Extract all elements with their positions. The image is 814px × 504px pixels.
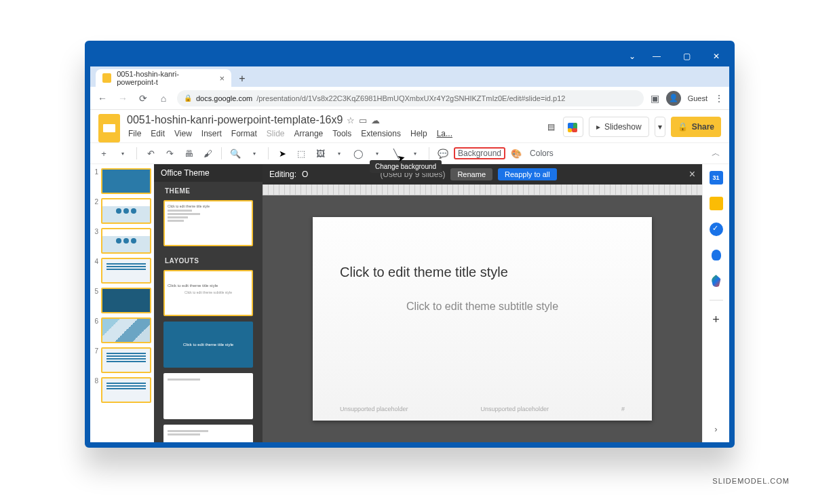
slide-thumb[interactable]: [101, 198, 151, 224]
image-tool[interactable]: 🖼: [312, 145, 328, 161]
slide-number: 2: [93, 198, 98, 206]
slide-number: 4: [93, 258, 98, 265]
watermark: SLIDEMODEL.COM: [712, 477, 790, 485]
browser-tab[interactable]: 0051-hoshin-kanri-powerpoint-t ×: [96, 69, 231, 87]
slide-panel[interactable]: 1 2 3 4 5 6 7 8: [90, 164, 154, 442]
menu-edit[interactable]: Edit: [149, 128, 166, 140]
slide-thumb[interactable]: [101, 347, 151, 373]
reload-button[interactable]: ⟳: [136, 92, 150, 105]
menu-extensions[interactable]: Extensions: [360, 128, 402, 140]
url-path: /presentation/d/1Vs8x22C3KqZ6981HBmUQXmb…: [256, 94, 565, 102]
rename-button[interactable]: Rename: [450, 168, 492, 180]
profile-avatar[interactable]: 👤: [666, 91, 681, 106]
back-button[interactable]: ←: [96, 92, 109, 105]
calendar-icon[interactable]: 31: [710, 171, 723, 185]
select-tool[interactable]: ➤: [274, 145, 290, 161]
close-window-button[interactable]: ✕: [708, 50, 725, 63]
move-icon[interactable]: ▭: [359, 115, 367, 125]
new-slide-button[interactable]: +: [96, 145, 112, 161]
slide-thumb[interactable]: [101, 258, 151, 284]
layout-thumb[interactable]: Click to edit theme title style Click to…: [163, 270, 253, 316]
close-editor-icon[interactable]: ×: [689, 168, 695, 180]
background-button[interactable]: Background: [454, 147, 505, 159]
cloud-status-icon[interactable]: ☁: [371, 115, 380, 125]
layout-thumb[interactable]: Click to edit theme title style: [163, 322, 253, 368]
layouts-section-label: LAYOUTS: [154, 252, 263, 267]
comments-button[interactable]: ▤: [545, 117, 558, 137]
menu-arrange[interactable]: Arrange: [293, 128, 325, 140]
slide-thumb[interactable]: [101, 168, 151, 194]
slides-favicon: [102, 73, 111, 83]
tab-title: 0051-hoshin-kanri-powerpoint-t: [117, 70, 214, 86]
home-button[interactable]: ⌂: [157, 92, 170, 105]
work-area: 1 2 3 4 5 6 7 8 Office Theme THEME Click…: [90, 164, 729, 442]
share-button[interactable]: 🔒 Share: [671, 117, 721, 137]
slide-number: 3: [93, 228, 98, 235]
menu-slide[interactable]: Slide: [265, 128, 286, 140]
theme-master-thumb[interactable]: Click to edit theme title style: [163, 200, 253, 246]
toolbar: + ▾ ↶ ↷ 🖶 🖌 🔍 ▾ ➤ ⬚ 🖼 ▾ ◯ ▾ ╲ ▾ 💬 Backgr…: [90, 142, 729, 164]
close-tab-icon[interactable]: ×: [219, 73, 225, 83]
slide-thumb[interactable]: [101, 317, 151, 343]
undo-button[interactable]: ↶: [142, 145, 159, 161]
theme-colors-icon[interactable]: 🎨: [508, 145, 524, 161]
maximize-button[interactable]: ▢: [678, 50, 695, 63]
maps-icon[interactable]: [710, 274, 723, 288]
new-tab-button[interactable]: +: [234, 71, 250, 87]
print-button[interactable]: 🖶: [180, 145, 197, 161]
browser-window: ⌄ — ▢ ✕ 0051-hoshin-kanri-powerpoint-t ×…: [85, 41, 735, 448]
meet-button[interactable]: [563, 117, 583, 137]
slide-number: 8: [93, 377, 98, 385]
collapse-toolbar-icon[interactable]: ︿: [708, 145, 724, 161]
install-app-icon[interactable]: ▣: [651, 93, 659, 104]
shape-dropdown[interactable]: ▾: [369, 145, 385, 161]
line-dropdown[interactable]: ▾: [407, 145, 423, 161]
minimize-button[interactable]: —: [648, 50, 665, 63]
menu-format[interactable]: Format: [230, 128, 258, 140]
shape-tool[interactable]: ◯: [350, 145, 366, 161]
menu-tools[interactable]: Tools: [331, 128, 353, 140]
url-input[interactable]: 🔒 docs.google.com/presentation/d/1Vs8x22…: [177, 90, 644, 106]
slide-thumb[interactable]: [101, 288, 151, 313]
subtitle-placeholder[interactable]: Click to edit theme subtitle style: [340, 301, 625, 313]
zoom-button[interactable]: 🔍: [227, 145, 244, 161]
title-placeholder[interactable]: Click to edit theme title style: [340, 265, 625, 280]
keep-icon[interactable]: [710, 197, 723, 210]
colors-button[interactable]: Colors: [527, 147, 556, 159]
ruler[interactable]: [263, 185, 702, 195]
menu-file[interactable]: File: [127, 128, 142, 140]
kebab-menu-icon[interactable]: ⋮: [714, 93, 724, 104]
chevron-down-icon[interactable]: ⌄: [629, 52, 636, 61]
menu-help[interactable]: Help: [409, 128, 429, 140]
slide-canvas[interactable]: Click to edit theme title style Click to…: [313, 217, 652, 421]
slides-logo-icon[interactable]: [98, 114, 120, 142]
theme-section-label: THEME: [154, 182, 263, 197]
new-slide-dropdown[interactable]: ▾: [115, 145, 131, 161]
slideshow-button[interactable]: ▸ Slideshow: [589, 117, 649, 137]
footer-left: Unsupported placeholder: [340, 406, 408, 412]
tasks-icon[interactable]: [710, 222, 723, 236]
slide-thumb[interactable]: [101, 228, 151, 254]
image-dropdown[interactable]: ▾: [331, 145, 347, 161]
textbox-tool[interactable]: ⬚: [293, 145, 309, 161]
slide-footer: Unsupported placeholder Unsupported plac…: [340, 406, 625, 412]
layout-thumb[interactable]: [163, 373, 253, 419]
comment-tool[interactable]: 💬: [435, 145, 451, 161]
star-icon[interactable]: ☆: [347, 115, 355, 125]
paint-format-button[interactable]: 🖌: [199, 145, 216, 161]
zoom-dropdown[interactable]: ▾: [246, 145, 263, 161]
layout-thumb[interactable]: [163, 425, 253, 442]
slideshow-dropdown[interactable]: ▾: [655, 117, 665, 137]
menu-insert[interactable]: Insert: [200, 128, 223, 140]
contacts-icon[interactable]: [710, 248, 723, 262]
redo-button[interactable]: ↷: [161, 145, 178, 161]
document-name[interactable]: 0051-hoshin-kanri-powerpoint-template-16…: [127, 114, 343, 126]
profile-label: Guest: [688, 94, 708, 102]
collapse-sidepanel-icon[interactable]: ›: [710, 422, 723, 435]
slide-thumb[interactable]: [101, 377, 151, 403]
menu-view[interactable]: View: [173, 128, 193, 140]
reapply-button[interactable]: Reapply to all: [498, 168, 557, 180]
menu-last-edit[interactable]: La...: [435, 128, 454, 140]
forward-button[interactable]: →: [116, 92, 130, 105]
add-on-button[interactable]: +: [710, 313, 723, 326]
